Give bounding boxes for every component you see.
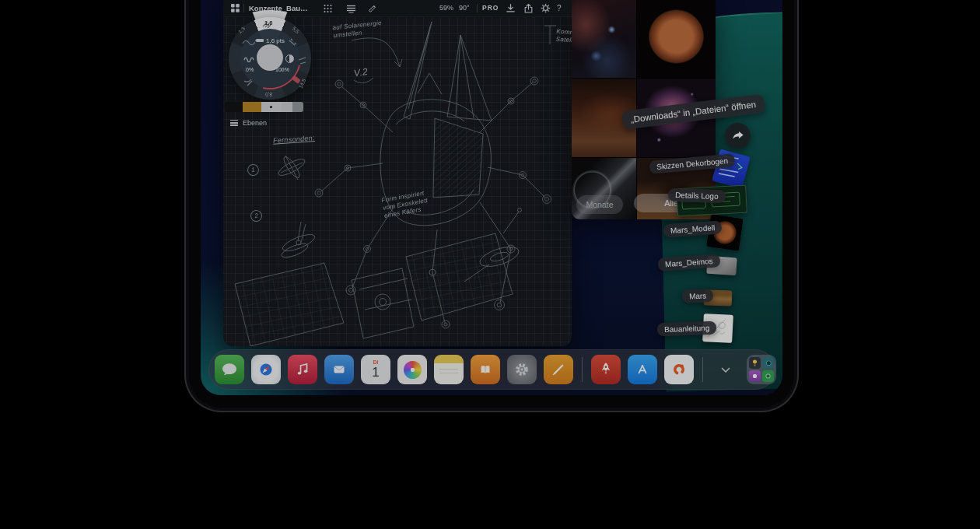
dock-app-safari[interactable] — [251, 355, 281, 384]
dock-app-mail[interactable] — [324, 355, 354, 384]
dock: Di 1 — [208, 349, 775, 390]
pen-icon — [548, 359, 569, 380]
mini-lightbulb-icon — [749, 357, 761, 369]
ipad-screen: auf Solarenergie umstellen Kommunikation… — [201, 0, 782, 395]
dock-app-appstore[interactable] — [628, 355, 657, 384]
dock-app-settings[interactable] — [507, 355, 537, 384]
forward-arrow-icon — [730, 128, 746, 144]
dock-app-concepts[interactable] — [664, 355, 694, 384]
dock-divider-1 — [582, 357, 583, 382]
books-icon — [475, 359, 495, 380]
dock-divider-2 — [702, 357, 703, 382]
chevron-down-icon — [719, 363, 733, 377]
rocket-icon — [595, 359, 617, 380]
dock-app-books[interactable] — [471, 355, 500, 384]
calendar-day: 1 — [372, 366, 379, 379]
dock-app-rocket[interactable] — [591, 355, 621, 384]
dock-app-sketch-pen[interactable] — [544, 355, 573, 384]
dock-app-music[interactable] — [288, 355, 317, 384]
mini-star-icon — [749, 370, 761, 382]
mini-green-dot-icon — [762, 370, 774, 382]
settings-gear-icon-dock — [511, 359, 533, 380]
marketing-canvas: auf Solarenergie umstellen Kommunikation… — [0, 0, 980, 529]
photos-flower-icon — [404, 361, 422, 379]
music-note-icon — [293, 360, 312, 379]
drag-label-bauanleitung[interactable]: Bauanleitung — [657, 321, 717, 337]
app-store-icon — [632, 359, 653, 380]
mail-envelope-icon — [329, 359, 349, 380]
dock-app-calendar[interactable]: Di 1 — [361, 355, 390, 384]
dock-app-library[interactable] — [747, 355, 776, 384]
dock-chevron-button[interactable] — [716, 355, 735, 384]
notes-lines-icon — [439, 369, 458, 377]
mini-camera-icon — [762, 357, 774, 369]
dock-app-photos[interactable] — [397, 355, 427, 384]
dock-app-messages[interactable] — [215, 355, 244, 384]
drag-label-details-logo[interactable]: Details Logo — [668, 188, 726, 204]
dock-app-notes[interactable] — [434, 355, 464, 384]
share-forward-button[interactable] — [725, 123, 751, 149]
messages-bubble-icon — [220, 360, 239, 379]
drag-label-mars[interactable]: Mars — [682, 289, 714, 303]
safari-compass-icon — [256, 359, 276, 380]
concepts-c-icon — [668, 359, 690, 380]
drag-layer: „Downloads“ in „Dateien“ öffnen Skizzen … — [201, 0, 782, 395]
